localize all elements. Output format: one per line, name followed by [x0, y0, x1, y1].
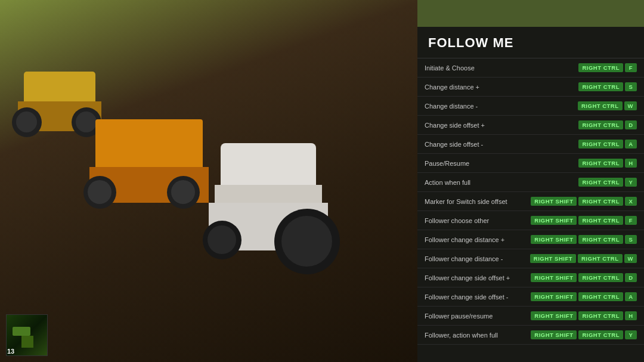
- key-row-4: Change side offset -RIGHT CTRLA: [417, 135, 644, 154]
- keys-area-5: RIGHT CTRLH: [517, 159, 637, 168]
- key-badge-13-0: RIGHT SHIFT: [531, 311, 577, 320]
- row-label-8: Follower choose other: [425, 217, 517, 224]
- row-label-6: Action when full: [425, 179, 517, 186]
- row-label-5: Pause/Resume: [425, 160, 517, 167]
- key-badge-1-1: S: [625, 82, 637, 91]
- key-badge-5-1: H: [625, 159, 637, 168]
- key-badge-5-0: RIGHT CTRL: [578, 159, 623, 168]
- row-label-3: Change side offset +: [425, 122, 517, 129]
- key-badge-9-2: S: [625, 235, 637, 244]
- row-label-0: Initiate & Choose: [425, 64, 517, 72]
- row-label-12: Follower change side offset -: [425, 293, 517, 301]
- keys-area-3: RIGHT CTRLD: [517, 120, 637, 129]
- key-badge-8-2: F: [625, 216, 637, 225]
- keys-area-11: RIGHT SHIFTRIGHT CTRLD: [517, 273, 637, 282]
- keys-area-10: RIGHT SHIFTRIGHT CTRLW: [517, 254, 637, 263]
- keys-area-14: RIGHT SHIFTRIGHT CTRLY: [517, 330, 637, 339]
- key-badge-6-1: Y: [625, 178, 637, 187]
- key-badge-10-2: W: [624, 254, 637, 263]
- key-row-10: Follower change distance -RIGHT SHIFTRIG…: [417, 249, 644, 268]
- key-badge-9-1: RIGHT CTRL: [578, 235, 623, 244]
- key-badge-14-1: RIGHT CTRL: [578, 330, 623, 339]
- key-badge-11-0: RIGHT SHIFT: [531, 273, 577, 282]
- key-badge-14-2: Y: [625, 330, 637, 339]
- key-row-3: Change side offset +RIGHT CTRLD: [417, 116, 644, 135]
- key-badge-13-2: H: [625, 311, 637, 320]
- key-badge-0-1: F: [625, 63, 637, 72]
- key-badge-6-0: RIGHT CTRL: [578, 178, 623, 187]
- minimap-number: 13: [7, 348, 14, 355]
- keys-area-4: RIGHT CTRLA: [517, 140, 637, 148]
- key-badge-13-1: RIGHT CTRL: [578, 311, 623, 320]
- key-row-0: Initiate & ChooseRIGHT CTRLF: [417, 58, 644, 78]
- keys-area-9: RIGHT SHIFTRIGHT CTRLS: [517, 235, 637, 244]
- key-badge-7-2: X: [625, 197, 637, 206]
- key-badge-8-1: RIGHT CTRL: [578, 216, 623, 225]
- key-row-13: Follower pause/resumeRIGHT SHIFTRIGHT CT…: [417, 307, 644, 326]
- key-badge-1-0: RIGHT CTRL: [578, 82, 623, 91]
- key-badge-2-0: RIGHT CTRL: [578, 101, 623, 110]
- key-badge-12-1: RIGHT CTRL: [578, 292, 623, 301]
- keys-area-2: RIGHT CTRLW: [517, 101, 637, 110]
- key-badge-10-1: RIGHT CTRL: [578, 254, 623, 263]
- key-badge-3-1: D: [625, 120, 637, 129]
- row-label-14: Follower, action when full: [425, 332, 517, 339]
- row-label-4: Change side offset -: [425, 141, 517, 148]
- key-badge-4-0: RIGHT CTRL: [578, 140, 623, 148]
- key-row-7: Marker for Switch side offsetRIGHT SHIFT…: [417, 192, 644, 211]
- row-label-13: Follower pause/resume: [425, 313, 517, 320]
- keybindings-panel: FOLLOW ME Initiate & ChooseRIGHT CTRLFCh…: [417, 27, 644, 362]
- keys-area-7: RIGHT SHIFTRIGHT CTRLX: [517, 197, 637, 206]
- key-badge-12-0: RIGHT SHIFT: [531, 292, 577, 301]
- row-label-7: Marker for Switch side offset: [425, 198, 517, 205]
- key-row-2: Change distance -RIGHT CTRLW: [417, 97, 644, 116]
- key-badge-7-1: RIGHT CTRL: [578, 197, 623, 206]
- key-badge-14-0: RIGHT SHIFT: [531, 330, 577, 339]
- key-badge-11-2: D: [625, 273, 637, 282]
- key-row-1: Change distance +RIGHT CTRLS: [417, 78, 644, 97]
- row-label-9: Follower change distance +: [425, 236, 517, 243]
- key-row-9: Follower change distance +RIGHT SHIFTRIG…: [417, 230, 644, 249]
- key-badge-3-0: RIGHT CTRL: [578, 120, 623, 129]
- row-label-10: Follower change distance -: [425, 255, 517, 262]
- key-badge-12-2: A: [625, 292, 637, 301]
- key-row-14: Follower, action when fullRIGHT SHIFTRIG…: [417, 326, 644, 345]
- panel-title: FOLLOW ME: [417, 27, 644, 58]
- key-row-5: Pause/ResumeRIGHT CTRLH: [417, 154, 644, 173]
- keys-area-8: RIGHT SHIFTRIGHT CTRLF: [517, 216, 637, 225]
- key-row-6: Action when fullRIGHT CTRLY: [417, 173, 644, 192]
- key-row-8: Follower choose otherRIGHT SHIFTRIGHT CT…: [417, 211, 644, 230]
- key-badge-10-0: RIGHT SHIFT: [530, 254, 576, 263]
- keys-area-0: RIGHT CTRLF: [517, 63, 637, 72]
- key-row-11: Follower change side offset +RIGHT SHIFT…: [417, 268, 644, 287]
- rows-container: Initiate & ChooseRIGHT CTRLFChange dista…: [417, 58, 644, 345]
- tractor-main: [185, 125, 376, 280]
- key-badge-7-0: RIGHT SHIFT: [531, 197, 577, 206]
- key-row-12: Follower change side offset -RIGHT SHIFT…: [417, 287, 644, 307]
- keys-area-13: RIGHT SHIFTRIGHT CTRLH: [517, 311, 637, 320]
- key-badge-2-1: W: [624, 101, 637, 110]
- key-badge-0-0: RIGHT CTRL: [578, 63, 623, 72]
- row-label-2: Change distance -: [425, 103, 517, 110]
- keys-area-12: RIGHT SHIFTRIGHT CTRLA: [517, 292, 637, 301]
- key-badge-11-1: RIGHT CTRL: [578, 273, 623, 282]
- row-label-11: Follower change side offset +: [425, 274, 517, 281]
- key-badge-9-0: RIGHT SHIFT: [531, 235, 577, 244]
- key-badge-4-1: A: [625, 140, 637, 148]
- keys-area-1: RIGHT CTRLS: [517, 82, 637, 91]
- row-label-1: Change distance +: [425, 83, 517, 91]
- keys-area-6: RIGHT CTRLY: [517, 178, 637, 187]
- key-badge-8-0: RIGHT SHIFT: [531, 216, 577, 225]
